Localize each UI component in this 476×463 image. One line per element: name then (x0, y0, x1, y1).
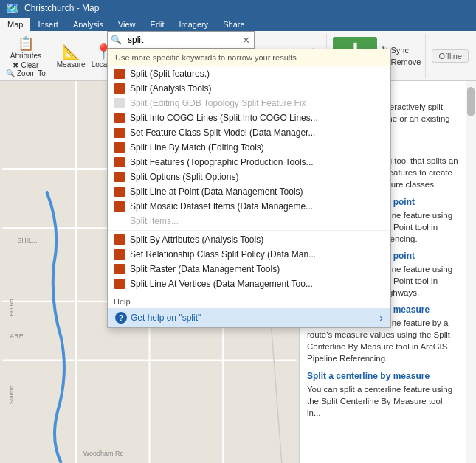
dropdown-item-6[interactable]: Split Line By Match (Editing Tools) (108, 140, 390, 155)
dropdown-item-14[interactable]: Split Raster (Data Management Tools) (108, 262, 390, 276)
item-14-icon (114, 264, 125, 274)
dropdown-item-3: Split (Editing GDB Topology Split Featur… (108, 96, 390, 111)
offline-badge: Offline (432, 49, 469, 63)
tab-share[interactable]: Share (215, 18, 252, 31)
clear-search-button[interactable]: ✕ (238, 35, 254, 46)
dropdown-item-11: Split Items... (108, 214, 390, 229)
tab-analysis[interactable]: Analysis (66, 18, 111, 31)
item-8-icon (114, 172, 125, 182)
item-8-label: Split Options (Split Options) (130, 172, 238, 182)
dropdown-item-12[interactable]: Split By Attributes (Analysis Tools) (108, 232, 390, 247)
item-2-label: Split (Analysis Tools) (130, 83, 211, 94)
ribbon-tabs: Map Insert Analysis View Edit Imagery Sh… (0, 16, 476, 31)
help-entry-6: Split a centerline by measure You can sp… (307, 371, 458, 419)
svg-text:Stamm...: Stamm... (8, 380, 15, 404)
item-1-icon (114, 69, 125, 79)
help-section-label: Help (108, 295, 390, 308)
item-14-label: Split Raster (Data Management Tools) (130, 264, 280, 274)
item-7-icon (114, 157, 125, 167)
measure-label: Measure (57, 60, 86, 69)
search-input[interactable] (125, 33, 238, 46)
question-icon: ? (115, 312, 127, 324)
offline-section: Offline (427, 34, 473, 78)
measure-button[interactable]: 📐 Measure (55, 41, 87, 70)
attributes-section: 📋 Attributes ✖Clear 🔍Zoom To (3, 34, 49, 78)
search-bar: 🔍 ✕ (107, 31, 255, 49)
chevron-right-icon: › (379, 312, 383, 324)
svg-text:SHIL...: SHIL... (17, 237, 37, 244)
dropdown-item-5[interactable]: Set Feature Class Split Model (Data Mana… (108, 125, 390, 140)
item-4-icon (114, 113, 125, 123)
item-1-label: Split (Split features.) (130, 69, 210, 79)
zoom-to-button[interactable]: 🔍Zoom To (6, 69, 46, 77)
item-6-label: Split Line By Match (Editing Tools) (130, 142, 264, 153)
app-icon: 🗺️ (6, 2, 18, 14)
dropdown-item-13[interactable]: Set Relationship Class Split Policy (Dat… (108, 247, 390, 262)
svg-text:Woodham Rd: Woodham Rd (83, 450, 124, 457)
dropdown-item-9[interactable]: Split Line at Point (Data Management Too… (108, 184, 390, 199)
item-11-label: Split Items... (130, 216, 179, 226)
dropdown-item-1[interactable]: Split (Split features.) (108, 66, 390, 81)
svg-text:Hill Rd: Hill Rd (8, 299, 15, 316)
tab-view[interactable]: View (111, 18, 143, 31)
item-5-icon (114, 128, 125, 138)
attributes-label: Attributes (10, 52, 41, 60)
help-title-6: Split a centerline by measure (307, 371, 458, 381)
item-12-label: Split By Attributes (Analysis Tools) (130, 234, 263, 245)
item-3-icon (114, 98, 125, 108)
title-bar: 🗺️ Christchurch - Map (0, 0, 476, 16)
dropdown-item-4[interactable]: Split Into COGO Lines (Split Into COGO L… (108, 111, 390, 125)
item-11-icon (114, 216, 125, 226)
item-3-label: Split (Editing GDB Topology Split Featur… (130, 98, 306, 108)
search-dropdown: Use more specific keywords to narrow you… (107, 49, 391, 328)
item-12-icon (114, 234, 125, 245)
tab-map[interactable]: Map (0, 18, 30, 31)
item-15-label: Split Line At Vertices (Data Management … (130, 279, 313, 289)
search-hint: Use more specific keywords to narrow you… (108, 49, 390, 66)
help-body-6: You can split a centerline feature using… (307, 383, 458, 419)
tab-insert[interactable]: Insert (30, 18, 66, 31)
search-area: 🔍 ✕ Use more specific keywords to narrow… (107, 31, 255, 49)
item-7-label: Split Features (Topographic Production T… (130, 157, 314, 167)
attributes-button[interactable]: 📋 Attributes (9, 34, 43, 61)
item-5-label: Set Feature Class Split Model (Data Mana… (130, 128, 315, 138)
item-10-icon (114, 201, 125, 212)
dropdown-item-8[interactable]: Split Options (Split Options) (108, 170, 390, 184)
item-15-icon (114, 279, 125, 289)
get-help-button[interactable]: ? Get help on "split" › (108, 308, 390, 327)
item-13-label: Set Relationship Class Split Policy (Dat… (130, 249, 316, 260)
get-help-label: Get help on "split" (131, 313, 201, 323)
item-4-label: Split Into COGO Lines (Split Into COGO L… (130, 113, 318, 123)
window-title: Christchurch - Map (24, 3, 99, 13)
scrollbar-thumb[interactable] (467, 87, 475, 116)
item-9-label: Split Line at Point (Data Management Too… (130, 187, 303, 197)
scrollbar-track[interactable] (466, 81, 476, 463)
dropdown-item-15[interactable]: Split Line At Vertices (Data Management … (108, 276, 390, 291)
dropdown-item-10[interactable]: Split Mosaic Dataset Items (Data Managem… (108, 199, 390, 214)
item-6-icon (114, 142, 125, 153)
item-2-icon (114, 83, 125, 94)
tab-imagery[interactable]: Imagery (172, 18, 216, 31)
svg-text:ARE...: ARE... (10, 333, 29, 340)
item-13-icon (114, 249, 125, 260)
clear-button[interactable]: ✖Clear (13, 61, 38, 69)
tab-edit[interactable]: Edit (143, 18, 172, 31)
search-icon: 🔍 (108, 35, 125, 45)
dropdown-item-2[interactable]: Split (Analysis Tools) (108, 81, 390, 96)
item-9-icon (114, 187, 125, 197)
dropdown-item-7[interactable]: Split Features (Topographic Production T… (108, 155, 390, 170)
item-10-label: Split Mosaic Dataset Items (Data Managem… (130, 201, 313, 212)
